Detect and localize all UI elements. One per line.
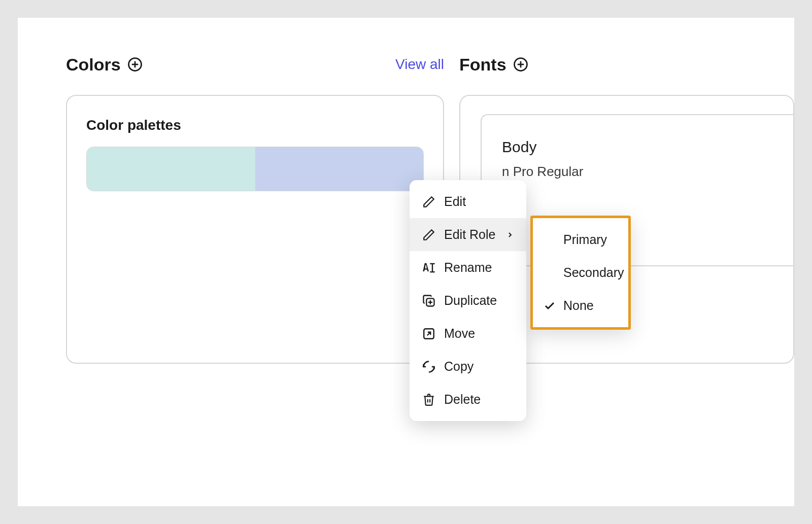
edit-role-submenu: Primary Secondary None (530, 216, 631, 330)
menu-item-duplicate[interactable]: Duplicate (410, 284, 526, 317)
submenu-item-secondary[interactable]: Secondary (533, 256, 628, 289)
plus-circle-icon (127, 57, 143, 72)
menu-item-rename[interactable]: Rename (410, 251, 526, 284)
chevron-right-icon (506, 231, 514, 239)
move-icon (422, 327, 436, 341)
add-color-button[interactable] (127, 56, 143, 73)
submenu-item-none[interactable]: None (533, 289, 628, 322)
colors-card: Color palettes (66, 95, 444, 364)
duplicate-icon (422, 294, 436, 308)
menu-item-label: Edit Role (444, 227, 495, 242)
menu-item-label: Move (444, 326, 475, 341)
submenu-item-label: None (563, 298, 594, 313)
menu-item-label: Rename (444, 260, 492, 275)
menu-item-delete[interactable]: Delete (410, 383, 526, 416)
menu-item-label: Copy (444, 359, 473, 374)
copy-icon (422, 360, 436, 374)
menu-item-label: Edit (444, 194, 466, 209)
color-palette[interactable] (86, 147, 424, 191)
font-role-label: Body (502, 138, 773, 156)
color-swatch[interactable] (87, 147, 255, 191)
pencil-icon (422, 195, 436, 209)
colors-view-all-link[interactable]: View all (395, 56, 444, 73)
menu-item-edit[interactable]: Edit (410, 185, 526, 218)
menu-item-label: Duplicate (444, 293, 497, 308)
app-canvas: Colors View all Color palettes (18, 18, 794, 506)
font-item[interactable]: Body n Pro Regular (481, 114, 793, 266)
submenu-item-primary[interactable]: Primary (533, 223, 628, 256)
context-menu: Edit Edit Role Rename (410, 180, 526, 421)
submenu-item-label: Primary (563, 232, 607, 247)
color-palettes-heading: Color palettes (86, 117, 424, 133)
delete-icon (422, 393, 436, 407)
fonts-title: Fonts (459, 55, 506, 75)
font-name-text: n Pro Regular (502, 164, 773, 180)
rename-icon (422, 261, 436, 275)
fonts-section-header: Fonts (459, 53, 794, 76)
add-font-button[interactable] (513, 56, 529, 73)
pencil-icon (422, 228, 436, 242)
menu-item-label: Delete (444, 392, 481, 407)
colors-section-header: Colors View all (66, 53, 444, 76)
checkmark-icon (543, 300, 556, 312)
menu-item-edit-role[interactable]: Edit Role (410, 218, 526, 251)
menu-item-copy[interactable]: Copy (410, 350, 526, 383)
submenu-item-label: Secondary (563, 265, 624, 280)
colors-title: Colors (66, 55, 121, 75)
colors-column: Colors View all Color palettes (66, 53, 444, 364)
color-swatch[interactable] (255, 147, 424, 191)
plus-circle-icon (513, 57, 528, 72)
menu-item-move[interactable]: Move (410, 317, 526, 350)
